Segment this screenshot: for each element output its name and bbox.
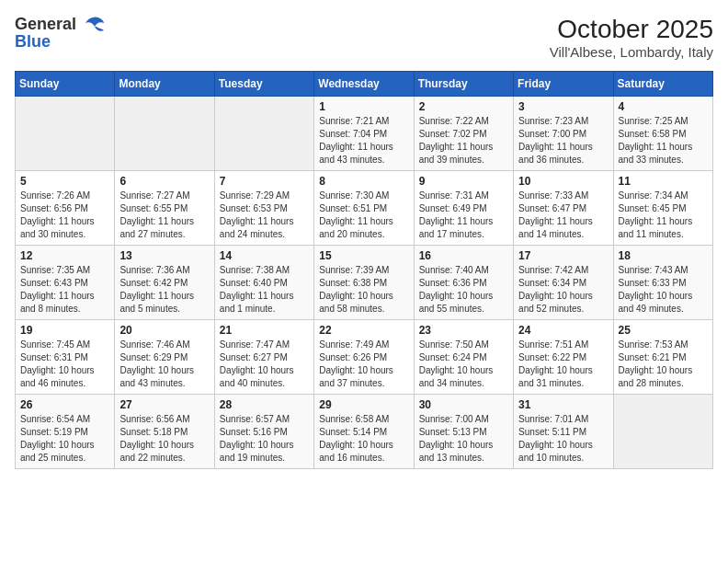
- day-info: Sunrise: 7:01 AM Sunset: 5:11 PM Dayligh…: [518, 413, 608, 465]
- logo-bird-icon: [80, 16, 106, 34]
- calendar-cell: 16Sunrise: 7:40 AM Sunset: 6:36 PM Dayli…: [414, 246, 513, 320]
- calendar-cell: 24Sunrise: 7:51 AM Sunset: 6:22 PM Dayli…: [514, 320, 613, 395]
- day-info: Sunrise: 7:22 AM Sunset: 7:02 PM Dayligh…: [419, 115, 508, 167]
- calendar-cell: 25Sunrise: 7:53 AM Sunset: 6:21 PM Dayli…: [613, 320, 712, 395]
- day-info: Sunrise: 7:25 AM Sunset: 6:58 PM Dayligh…: [619, 115, 708, 167]
- calendar-cell: 3Sunrise: 7:23 AM Sunset: 7:00 PM Daylig…: [514, 97, 613, 171]
- day-info: Sunrise: 7:46 AM Sunset: 6:29 PM Dayligh…: [119, 339, 209, 390]
- day-number: 5: [20, 175, 109, 188]
- day-info: Sunrise: 7:50 AM Sunset: 6:24 PM Dayligh…: [419, 339, 508, 390]
- calendar-cell: 26Sunrise: 6:54 AM Sunset: 5:19 PM Dayli…: [16, 395, 115, 469]
- calendar-cell: 28Sunrise: 6:57 AM Sunset: 5:16 PM Dayli…: [214, 395, 313, 469]
- calendar-cell: 19Sunrise: 7:45 AM Sunset: 6:31 PM Dayli…: [16, 320, 115, 395]
- calendar-cell: 20Sunrise: 7:46 AM Sunset: 6:29 PM Dayli…: [115, 320, 214, 395]
- day-info: Sunrise: 7:40 AM Sunset: 6:36 PM Dayligh…: [419, 264, 508, 316]
- calendar-cell: 10Sunrise: 7:33 AM Sunset: 6:47 PM Dayli…: [514, 171, 613, 246]
- calendar-week-row: 5Sunrise: 7:26 AM Sunset: 6:56 PM Daylig…: [16, 171, 713, 246]
- calendar-cell: 27Sunrise: 6:56 AM Sunset: 5:18 PM Dayli…: [115, 395, 214, 469]
- day-info: Sunrise: 6:58 AM Sunset: 5:14 PM Dayligh…: [319, 413, 408, 465]
- calendar-cell: 1Sunrise: 7:21 AM Sunset: 7:04 PM Daylig…: [314, 97, 414, 171]
- calendar-cell: 23Sunrise: 7:50 AM Sunset: 6:24 PM Dayli…: [414, 320, 513, 395]
- day-info: Sunrise: 7:21 AM Sunset: 7:04 PM Dayligh…: [319, 115, 408, 167]
- day-number: 20: [119, 324, 209, 337]
- weekday-header-sunday: Sunday: [16, 72, 115, 97]
- day-info: Sunrise: 7:38 AM Sunset: 6:40 PM Dayligh…: [220, 264, 309, 316]
- day-number: 18: [619, 249, 708, 262]
- location-title: Vill'Albese, Lombardy, Italy: [550, 44, 713, 60]
- calendar-cell: 22Sunrise: 7:49 AM Sunset: 6:26 PM Dayli…: [314, 320, 414, 395]
- day-number: 4: [619, 100, 708, 113]
- calendar-table: SundayMondayTuesdayWednesdayThursdayFrid…: [15, 71, 713, 469]
- day-number: 14: [220, 249, 309, 262]
- day-info: Sunrise: 7:35 AM Sunset: 6:43 PM Dayligh…: [20, 264, 109, 316]
- day-number: 29: [319, 398, 408, 411]
- weekday-header-wednesday: Wednesday: [314, 72, 414, 97]
- calendar-week-row: 12Sunrise: 7:35 AM Sunset: 6:43 PM Dayli…: [16, 246, 713, 320]
- calendar-cell: 8Sunrise: 7:30 AM Sunset: 6:51 PM Daylig…: [314, 171, 414, 246]
- day-info: Sunrise: 7:27 AM Sunset: 6:55 PM Dayligh…: [119, 190, 209, 241]
- calendar-cell: [214, 97, 313, 171]
- calendar-cell: 31Sunrise: 7:01 AM Sunset: 5:11 PM Dayli…: [514, 395, 613, 469]
- calendar-cell: 29Sunrise: 6:58 AM Sunset: 5:14 PM Dayli…: [314, 395, 414, 469]
- calendar-cell: 13Sunrise: 7:36 AM Sunset: 6:42 PM Dayli…: [115, 246, 214, 320]
- calendar-cell: 18Sunrise: 7:43 AM Sunset: 6:33 PM Dayli…: [613, 246, 712, 320]
- calendar-cell: 4Sunrise: 7:25 AM Sunset: 6:58 PM Daylig…: [613, 97, 712, 171]
- day-info: Sunrise: 7:33 AM Sunset: 6:47 PM Dayligh…: [518, 190, 608, 241]
- day-info: Sunrise: 6:56 AM Sunset: 5:18 PM Dayligh…: [119, 413, 209, 465]
- day-number: 3: [518, 100, 608, 113]
- day-info: Sunrise: 7:26 AM Sunset: 6:56 PM Dayligh…: [20, 190, 109, 241]
- day-info: Sunrise: 7:39 AM Sunset: 6:38 PM Dayligh…: [319, 264, 408, 316]
- day-number: 27: [119, 398, 209, 411]
- day-info: Sunrise: 7:29 AM Sunset: 6:53 PM Dayligh…: [220, 190, 309, 241]
- day-number: 22: [319, 324, 408, 337]
- day-number: 10: [518, 175, 608, 188]
- day-number: 15: [319, 249, 408, 262]
- day-number: 13: [119, 249, 209, 262]
- logo-text-general: General: [15, 15, 76, 34]
- weekday-header-saturday: Saturday: [613, 72, 712, 97]
- day-info: Sunrise: 6:54 AM Sunset: 5:19 PM Dayligh…: [20, 413, 109, 465]
- day-number: 19: [20, 324, 109, 337]
- day-info: Sunrise: 7:49 AM Sunset: 6:26 PM Dayligh…: [319, 339, 408, 390]
- day-number: 12: [20, 249, 109, 262]
- day-number: 23: [419, 324, 508, 337]
- calendar-cell: 12Sunrise: 7:35 AM Sunset: 6:43 PM Dayli…: [16, 246, 115, 320]
- calendar-cell: 11Sunrise: 7:34 AM Sunset: 6:45 PM Dayli…: [613, 171, 712, 246]
- day-number: 11: [619, 175, 708, 188]
- day-info: Sunrise: 7:23 AM Sunset: 7:00 PM Dayligh…: [518, 115, 608, 167]
- day-info: Sunrise: 7:45 AM Sunset: 6:31 PM Dayligh…: [20, 339, 109, 390]
- day-number: 6: [119, 175, 209, 188]
- day-info: Sunrise: 7:30 AM Sunset: 6:51 PM Dayligh…: [319, 190, 408, 241]
- calendar-cell: 21Sunrise: 7:47 AM Sunset: 6:27 PM Dayli…: [214, 320, 313, 395]
- day-number: 25: [619, 324, 708, 337]
- title-block: October 2025 Vill'Albese, Lombardy, Ital…: [550, 15, 713, 60]
- day-number: 2: [419, 100, 508, 113]
- calendar-week-row: 19Sunrise: 7:45 AM Sunset: 6:31 PM Dayli…: [16, 320, 713, 395]
- day-info: Sunrise: 7:36 AM Sunset: 6:42 PM Dayligh…: [119, 264, 209, 316]
- day-info: Sunrise: 7:53 AM Sunset: 6:21 PM Dayligh…: [619, 339, 708, 390]
- calendar-cell: 17Sunrise: 7:42 AM Sunset: 6:34 PM Dayli…: [514, 246, 613, 320]
- day-info: Sunrise: 7:43 AM Sunset: 6:33 PM Dayligh…: [619, 264, 708, 316]
- calendar-cell: [16, 97, 115, 171]
- logo-text-blue: Blue: [15, 32, 51, 52]
- day-number: 9: [419, 175, 508, 188]
- day-number: 21: [220, 324, 309, 337]
- day-number: 24: [518, 324, 608, 337]
- day-info: Sunrise: 7:47 AM Sunset: 6:27 PM Dayligh…: [220, 339, 309, 390]
- calendar-cell: 2Sunrise: 7:22 AM Sunset: 7:02 PM Daylig…: [414, 97, 513, 171]
- calendar-header-row: SundayMondayTuesdayWednesdayThursdayFrid…: [16, 72, 713, 97]
- logo: General Blue: [15, 15, 106, 52]
- day-info: Sunrise: 7:42 AM Sunset: 6:34 PM Dayligh…: [518, 264, 608, 316]
- calendar-week-row: 26Sunrise: 6:54 AM Sunset: 5:19 PM Dayli…: [16, 395, 713, 469]
- calendar-cell: 30Sunrise: 7:00 AM Sunset: 5:13 PM Dayli…: [414, 395, 513, 469]
- weekday-header-thursday: Thursday: [414, 72, 513, 97]
- calendar-cell: 7Sunrise: 7:29 AM Sunset: 6:53 PM Daylig…: [214, 171, 313, 246]
- calendar-cell: [115, 97, 214, 171]
- day-info: Sunrise: 7:31 AM Sunset: 6:49 PM Dayligh…: [419, 190, 508, 241]
- month-title: October 2025: [550, 15, 713, 44]
- day-info: Sunrise: 6:57 AM Sunset: 5:16 PM Dayligh…: [220, 413, 309, 465]
- day-number: 16: [419, 249, 508, 262]
- day-number: 31: [518, 398, 608, 411]
- day-number: 26: [20, 398, 109, 411]
- day-number: 1: [319, 100, 408, 113]
